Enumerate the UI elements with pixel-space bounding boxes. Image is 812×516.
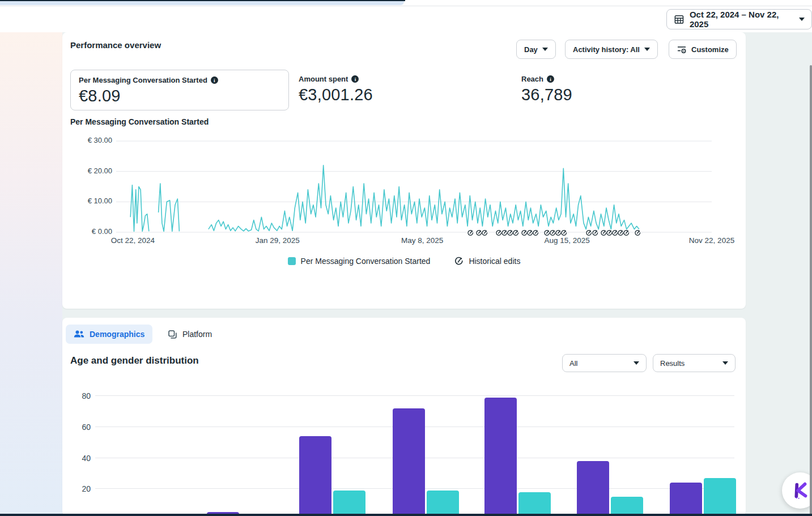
historical-edit-marker-icon[interactable] xyxy=(634,228,641,235)
y-axis-tick-label: 20 xyxy=(68,484,91,493)
legend-item-series: Per Messaging Conversation Started xyxy=(288,257,431,266)
chart-legend: Per Messaging Conversation Started Histo… xyxy=(62,256,746,266)
historical-edit-marker-icon[interactable] xyxy=(512,228,519,235)
teal-series-bar xyxy=(704,478,736,516)
x-axis-tick-label: Oct 22, 2024 xyxy=(111,236,155,245)
teal-series-bar xyxy=(427,491,459,516)
y-axis-tick-label: 80 xyxy=(68,391,91,400)
browser-tab-strip xyxy=(0,1,404,5)
series-swatch xyxy=(288,257,296,265)
performance-card: Performance overview Day Activity histor… xyxy=(62,32,746,309)
k-logo xyxy=(789,480,811,501)
line-chart-plot xyxy=(116,137,712,239)
bar-chart: 80604020 xyxy=(62,318,746,516)
line-series xyxy=(130,165,639,232)
chevron-down-icon xyxy=(799,18,805,21)
calendar-icon xyxy=(674,14,685,25)
demographics-card: Demographics Platform Age and gender dis… xyxy=(62,318,746,516)
teal-series-bar xyxy=(333,491,365,516)
historical-edit-marker-icon[interactable] xyxy=(560,228,567,235)
historical-edit-marker-icon[interactable] xyxy=(467,228,474,235)
date-range-button[interactable]: Oct 22, 2024 – Nov 22, 2025 xyxy=(666,9,812,29)
pencil-circle-icon xyxy=(454,256,464,266)
bottom-window-edge xyxy=(0,514,812,516)
line-chart: € 30.00€ 20.00€ 10.00€ 0.00Oct 22, 2024J… xyxy=(62,32,746,309)
date-range-label: Oct 22, 2024 – Nov 22, 2025 xyxy=(690,10,794,29)
historical-edit-marker-icon[interactable] xyxy=(481,228,488,235)
y-axis-tick-label: 40 xyxy=(68,454,91,463)
ads-manager-dashboard: Oct 22, 2024 – Nov 22, 2025 Performance … xyxy=(0,0,812,516)
purple-series-bar xyxy=(299,436,331,516)
legend-edits-label: Historical edits xyxy=(469,257,520,266)
x-axis-tick-label: Nov 22, 2025 xyxy=(689,236,734,245)
teal-series-bar xyxy=(611,497,643,516)
y-axis-tick-label: € 20.00 xyxy=(65,167,112,175)
historical-edit-marker-icon[interactable] xyxy=(592,228,598,235)
legend-series-label: Per Messaging Conversation Started xyxy=(301,257,431,266)
purple-series-bar xyxy=(670,483,702,516)
x-axis-tick-label: Jan 29, 2025 xyxy=(256,236,300,245)
header-divider xyxy=(0,6,812,6)
historical-edit-marker-icon[interactable] xyxy=(532,228,539,235)
y-axis-tick-label: € 10.00 xyxy=(65,197,112,205)
left-gradient-panel xyxy=(0,32,62,516)
teal-series-bar xyxy=(518,492,551,516)
purple-series-bar xyxy=(484,398,517,516)
x-axis-tick-label: Aug 15, 2025 xyxy=(544,236,589,245)
historical-edit-marker-icon[interactable] xyxy=(623,228,630,235)
grid-line xyxy=(95,395,734,396)
x-axis-tick-label: May 8, 2025 xyxy=(401,236,443,245)
y-axis-tick-label: € 30.00 xyxy=(65,136,112,144)
y-axis-tick-label: € 0.00 xyxy=(65,227,112,236)
legend-item-historical-edits: Historical edits xyxy=(454,256,520,266)
purple-series-bar xyxy=(393,408,425,516)
vertical-scrollbar[interactable] xyxy=(810,65,812,516)
purple-series-bar xyxy=(577,461,609,516)
y-axis-tick-label: 60 xyxy=(68,423,91,432)
